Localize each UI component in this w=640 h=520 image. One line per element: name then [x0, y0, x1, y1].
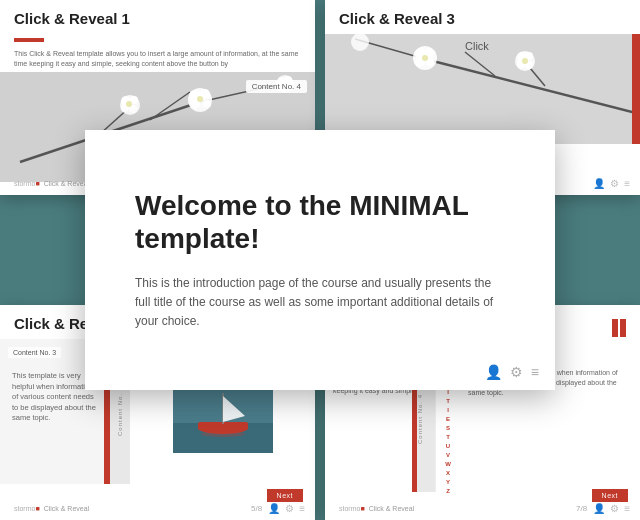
menu-icon-main: ≡: [531, 364, 539, 380]
alpha-v: V: [446, 451, 450, 460]
gear-icon-bl: ⚙: [285, 503, 294, 514]
alpha-x: X: [446, 469, 450, 478]
menu-icon-bl: ≡: [299, 503, 305, 514]
svg-point-38: [522, 58, 528, 64]
red-squares: [612, 319, 626, 337]
alpha-t2: T: [446, 433, 450, 442]
main-slide-footer: 👤 ⚙ ≡: [485, 364, 539, 380]
page-indicator: 5/8: [251, 504, 262, 513]
alpha-i3: I: [447, 406, 449, 415]
slide-top-left-text: This Click & Reveal template allows you …: [0, 46, 315, 72]
brand-br: stormo■: [339, 505, 365, 512]
red-square-2: [620, 319, 626, 337]
gear-icon-br: ⚙: [610, 503, 619, 514]
alpha-u: U: [446, 442, 450, 451]
alpha-z: Z: [446, 487, 450, 496]
person-icon-right: 👤: [593, 178, 605, 189]
footer-left-bl: stormo■ Click & Reveal: [14, 505, 89, 512]
footer-right-bl: 5/8 👤 ⚙ ≡: [251, 503, 305, 514]
footer-right-br: 7/8 👤 ⚙ ≡: [576, 503, 630, 514]
content-no-badge: Content No. 3: [8, 347, 61, 358]
alpha-s: S: [446, 424, 450, 433]
svg-point-32: [422, 55, 428, 61]
alpha-w: W: [445, 460, 451, 469]
footer-left: stormo■ Click & Reveal: [14, 180, 89, 187]
click-label: Click: [465, 40, 489, 52]
main-slide: Welcome to the MINIMAL template! This is…: [85, 130, 555, 390]
person-icon-main: 👤: [485, 364, 502, 380]
main-slide-text: This is the introduction page of the cou…: [135, 274, 505, 332]
person-icon-br: 👤: [593, 503, 605, 514]
menu-icon-right: ≡: [624, 178, 630, 189]
slide-name: Click & Reveal: [44, 180, 90, 187]
footer-left-br: stormo■ Click & Reveal: [339, 505, 414, 512]
person-icon-bl: 👤: [268, 503, 280, 514]
alpha-y: Y: [446, 478, 450, 487]
red-accent-bar: [14, 38, 44, 42]
next-button[interactable]: Next: [267, 489, 303, 502]
alpha-e: E: [446, 415, 450, 424]
main-slide-title: Welcome to the MINIMAL template!: [135, 189, 505, 256]
content-no-vertical: Content No. 4: [417, 394, 423, 444]
svg-point-46: [201, 431, 245, 437]
page-indicator-br: 7/8: [576, 504, 587, 513]
svg-point-9: [203, 100, 211, 108]
slide-bottom-left-footer: stormo■ Click & Reveal 5/8 👤 ⚙ ≡: [14, 503, 305, 514]
slide-name-bl: Click & Reveal: [44, 505, 90, 512]
footer-icons-bl: 👤 ⚙ ≡: [268, 503, 305, 514]
gear-icon-main: ⚙: [510, 364, 523, 380]
slide-top-right-header: Click & Reveal 3: [325, 0, 640, 34]
slide-top-right-title: Click & Reveal 3: [339, 10, 626, 28]
next-button-right[interactable]: Next: [592, 489, 628, 502]
brand-label: stormo■: [14, 180, 40, 187]
menu-icon-br: ≡: [624, 503, 630, 514]
gear-icon-right: ⚙: [610, 178, 619, 189]
svg-point-16: [126, 101, 132, 107]
alpha-t: T: [446, 397, 450, 406]
slide-top-left-header: Click & Reveal 1: [0, 0, 315, 34]
main-footer-icons: 👤 ⚙ ≡: [485, 364, 539, 380]
content-badge-top-left: Content No. 4: [246, 80, 307, 93]
footer-icons-right: 👤 ⚙ ≡: [593, 178, 630, 189]
svg-point-10: [197, 96, 203, 102]
vertical-label-text: Content No. 4: [117, 386, 123, 436]
brand-bl: stormo■: [14, 505, 40, 512]
slide-bottom-right-footer: stormo■ Click & Reveal 7/8 👤 ⚙ ≡: [339, 503, 630, 514]
red-square-1: [612, 319, 618, 337]
red-side-bar: [632, 34, 640, 144]
footer-icons-br: 👤 ⚙ ≡: [593, 503, 630, 514]
slide-top-left-title: Click & Reveal 1: [14, 10, 301, 28]
slide-name-br: Click & Reveal: [369, 505, 415, 512]
